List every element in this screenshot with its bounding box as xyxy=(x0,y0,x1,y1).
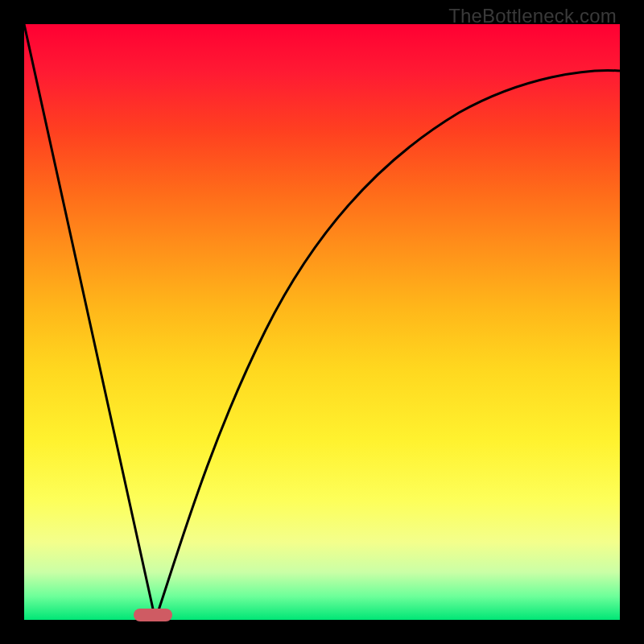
chart-frame: TheBottleneck.com xyxy=(0,0,644,644)
plot-area xyxy=(24,24,620,620)
watermark-text: TheBottleneck.com xyxy=(448,5,617,27)
bottleneck-marker xyxy=(134,609,172,621)
